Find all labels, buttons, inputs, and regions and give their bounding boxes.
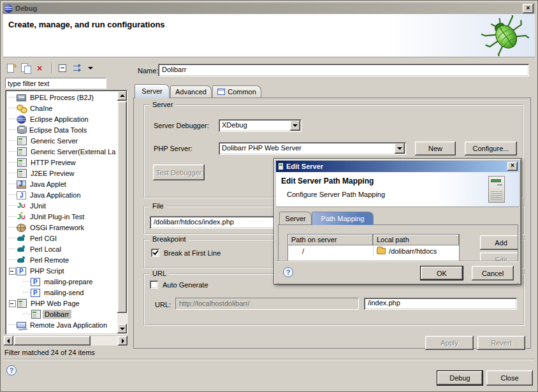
tree-item-j2ee-preview[interactable]: J2EE Preview [6,168,117,178]
toolbar-menu-chevron-icon[interactable] [88,63,94,74]
dialog-tab-path-mapping[interactable]: Path Mapping [312,212,374,225]
tree-connector [8,178,17,189]
tree-item-java-applet[interactable]: Java Applet [6,178,117,189]
dropdown-arrow-icon[interactable] [290,120,300,131]
break-first-line-checkbox[interactable] [151,249,159,257]
auto-generate-checkbox[interactable] [150,280,158,289]
tree-connector [8,92,17,103]
tree-item-php-script[interactable]: PHP Script [6,265,117,276]
server-debugger-select[interactable]: XDebug [219,119,302,132]
delete-configuration-icon[interactable]: × [36,63,47,74]
tree-item-label: Perl Local [28,245,63,254]
tree-item-label: Eclipse Application [28,115,91,124]
tree-item-http-preview[interactable]: HTTP Preview [6,157,117,168]
test-debugger-button[interactable]: Test Debugger [153,164,205,180]
url-label: URL: [155,301,171,309]
server-icon [17,299,27,308]
tree-item-remote-java-application[interactable]: Remote Java Application [6,319,117,330]
collapse-toggle-icon[interactable] [8,265,17,276]
tree-item-eclipse-data-tools[interactable]: Eclipse Data Tools [6,124,117,135]
tree-connector [8,319,17,330]
column-header-local-path[interactable]: Local path [374,235,459,245]
dropdown-arrow-icon[interactable] [395,143,405,154]
apply-button[interactable]: Apply [425,336,474,350]
debug-configurations-window: Debug × Create, manage, and run configur… [0,0,538,392]
tab-server[interactable]: Server [134,84,170,98]
ok-button[interactable]: OK [420,266,463,280]
table-row[interactable]: //dolibarr/htdocs [288,245,459,256]
tab-common[interactable]: Common [212,85,261,98]
filter-input[interactable] [5,78,106,89]
help-icon[interactable]: ? [6,365,17,375]
close-button[interactable]: Close [486,370,533,386]
tree-horizontal-scrollbar[interactable] [4,336,127,345]
chain-icon [17,103,26,113]
filter-status-text: Filter matched 24 of 24 items [4,349,95,356]
php-server-select[interactable]: Dolibarr PHP Web Server [219,142,406,155]
collapse-toggle-icon[interactable] [8,298,17,309]
tree-item-perl-remote[interactable]: Perl Remote [6,254,117,265]
dialog-help-icon[interactable]: ? [283,267,293,277]
scroll-right-button[interactable] [118,336,127,345]
tree-item-label: JUnit Plug-in Test [28,212,86,221]
configure-server-button[interactable]: Configure... [465,142,517,156]
tab-advanced[interactable]: Advanced [170,85,212,98]
tree-item-label: Remote Java Application [28,321,109,330]
window-title: Debug [15,4,37,12]
tree-item-junit[interactable]: JUnit [6,200,117,211]
dialog-subheading: Configure Server Path Mapping [287,191,385,198]
tree-item-mailing-prepare[interactable]: mailing-prepare [6,276,117,287]
tree-item-dolibarr[interactable]: Dolibarr [6,309,117,319]
window-close-button[interactable]: × [523,4,534,13]
junitp-icon [17,212,26,221]
vertical-scroll-thumb[interactable] [117,101,127,313]
tree-item-perl-local[interactable]: Perl Local [6,243,117,254]
dialog-titlebar[interactable]: Edit Server × [276,161,519,172]
tree-vertical-scrollbar[interactable] [117,91,127,333]
tree-connector [8,157,17,168]
banner: Create, manage, and run configurations [3,14,535,57]
osgi-icon [17,224,26,232]
tree-item-cha-ne[interactable]: Chaîne [6,103,117,113]
tree-item-perl-cgi[interactable]: Perl CGI [6,233,117,243]
camel-icon [17,255,26,265]
cancel-button[interactable]: Cancel [472,266,514,280]
tree-item-bpel-process-b2j-[interactable]: BPEL Process (B2J) [6,92,117,103]
dialog-tab-server[interactable]: Server [279,212,312,225]
tree-item-junit-plug-in-test[interactable]: JUnit Plug-in Test [6,211,117,222]
collapse-all-icon[interactable] [57,63,68,74]
revert-button[interactable]: Revert [477,336,525,350]
new-server-button[interactable]: New [415,142,456,156]
debug-button[interactable]: Debug [437,370,483,386]
configurations-tree: BPEL Process (B2J)ChaîneEclipse Applicat… [5,90,127,335]
filter-configurations-icon[interactable] [73,63,84,74]
scroll-up-button[interactable] [117,91,127,101]
junit-icon [17,201,26,210]
dialog-close-button[interactable]: × [507,162,518,171]
common-tab-icon [217,89,225,95]
duplicate-configuration-icon[interactable] [21,63,32,74]
horizontal-scroll-thumb[interactable] [14,336,91,345]
tree-item-osgi-framework[interactable]: OSGi Framework [6,222,117,233]
column-header-path-on-server[interactable]: Path on server [288,235,374,245]
scroll-down-button[interactable] [117,324,127,333]
tree-item-mailing-send[interactable]: mailing-send [6,287,117,298]
tree-item-generic-server[interactable]: Generic Server [6,135,117,146]
tree-item-label: Dolibarr [43,310,71,319]
add-mapping-button[interactable]: Add [480,235,518,250]
tree-item-php-web-page[interactable]: PHP Web Page [6,298,117,309]
window-titlebar[interactable]: Debug × [3,3,535,14]
tree-item-eclipse-application[interactable]: Eclipse Application [6,113,117,124]
cell-path-on-server: / [288,245,374,256]
new-configuration-icon[interactable]: + [6,63,17,74]
url-path-field[interactable]: /index.php [364,298,517,310]
scroll-left-button[interactable] [4,336,13,345]
toolbar-separator [52,63,53,73]
server-tower-icon [488,176,505,203]
tree-connector [8,124,17,135]
tree-item-label: Generic Server [29,136,80,145]
tree-item-generic-server-external-la[interactable]: Generic Server(External La [6,146,117,157]
name-field[interactable]: Dolibarr [158,64,529,76]
tree-item-java-application[interactable]: Java Application [6,189,117,200]
tree-item-label: Java Application [28,191,83,200]
